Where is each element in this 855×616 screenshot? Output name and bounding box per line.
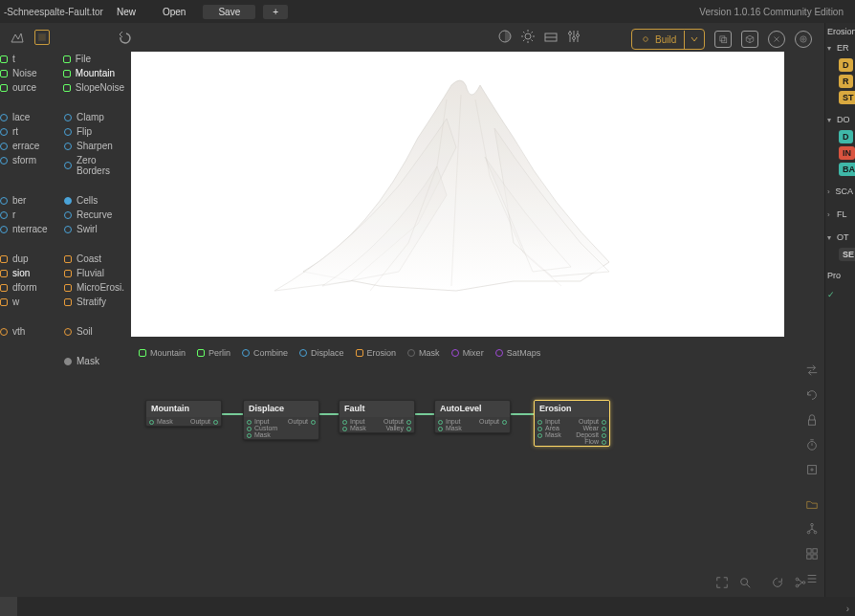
sidebar-item[interactable]: Sharpen (64, 139, 124, 153)
copy-icon[interactable] (714, 31, 732, 48)
props-sect-sca[interactable]: ›SCA (825, 184, 855, 199)
sidebar-item[interactable]: Clamp (64, 110, 124, 124)
sidebar-item[interactable]: vth (0, 324, 60, 339)
props-chip[interactable]: D (839, 130, 853, 143)
node-library-sidebar: t Noise ource File Mountain SlopeNoise l… (0, 52, 124, 593)
props-chip[interactable]: SE (839, 248, 855, 261)
sidebar-item[interactable]: SlopeNoise (63, 80, 124, 95)
sidebar-item[interactable]: Flip (64, 124, 124, 139)
nb-erosion[interactable]: Erosion (356, 348, 397, 358)
sidebar-item[interactable]: rt (0, 124, 60, 139)
package-icon[interactable] (741, 31, 758, 48)
sidebar-item[interactable]: t (0, 52, 59, 66)
menu-icon[interactable] (805, 572, 819, 585)
props-sect-fl[interactable]: ›FL (825, 207, 855, 222)
sidebar-item[interactable]: errace (0, 139, 60, 153)
settings-gear-icon[interactable] (795, 31, 812, 48)
node-autolevel[interactable]: AutoLevel InputMaskOutput (434, 400, 511, 433)
terrain-icon[interactable] (10, 30, 25, 45)
undo-icon[interactable] (117, 30, 132, 45)
sidebar-item[interactable]: Soil (64, 324, 124, 339)
expand-panel-icon[interactable]: › (846, 604, 849, 614)
build-controls: Build (631, 29, 812, 50)
save-button[interactable]: Save (203, 5, 255, 19)
sidebar-item[interactable]: MicroErosi. (64, 280, 124, 295)
props-sect-ot[interactable]: ▾OT (825, 230, 855, 245)
sidebar-item[interactable]: Recurve (64, 208, 124, 222)
statusbar-stub[interactable] (0, 597, 17, 616)
props-chip[interactable]: R (839, 75, 853, 88)
nb-perlin[interactable]: Perlin (197, 348, 230, 358)
sidebar-item[interactable]: lace (0, 110, 60, 124)
sidebar-item[interactable]: Fluvial (64, 266, 124, 280)
props-sect-do[interactable]: ▾DO (825, 112, 855, 127)
sidebar-item[interactable]: r (0, 208, 60, 222)
sidebar-item[interactable]: w (0, 295, 60, 309)
sidebar-item[interactable]: dform (0, 280, 60, 295)
sidebar-item[interactable]: Swirl (64, 222, 124, 236)
sidebar-item-mountain[interactable]: Mountain (63, 66, 124, 80)
sidebar-item[interactable]: Stratify (64, 295, 124, 309)
nb-satmaps[interactable]: SatMaps (495, 348, 541, 358)
props-chip[interactable]: BA (839, 163, 855, 176)
sidebar-item[interactable]: Mask (64, 354, 124, 368)
atmosphere-icon[interactable] (497, 29, 513, 44)
props-sect-er[interactable]: ▾ER (825, 40, 855, 55)
node-fault[interactable]: Fault InputMaskOutputValley (339, 400, 415, 433)
build-dropdown[interactable] (684, 31, 704, 49)
hierarchy-icon[interactable] (805, 522, 819, 536)
node-mountain[interactable]: Mountain MaskOutput (145, 400, 222, 427)
sidebar-item[interactable]: Zero Borders (64, 153, 124, 178)
topbar: -Schneespalte-Fault.tor New Open Save + … (0, 0, 855, 23)
sidebar-item[interactable]: ource (0, 80, 59, 95)
node-displace[interactable]: Displace InputCustomMaskOutput (243, 400, 319, 440)
sidebar-item[interactable]: Noise (0, 66, 59, 80)
sidebar-item[interactable]: File (63, 52, 124, 66)
node-graph[interactable]: Mountain MaskOutput Displace InputCustom… (131, 363, 772, 574)
nb-combine[interactable]: Combine (242, 348, 288, 358)
svg-point-16 (569, 33, 572, 35)
timer-icon[interactable] (805, 438, 819, 451)
sidebar-item-erosion[interactable]: sion (0, 266, 60, 280)
add-tab-button[interactable]: + (263, 5, 288, 19)
sidebar-item[interactable]: nterrace (0, 222, 60, 236)
grid-icon[interactable] (805, 547, 819, 561)
folder-icon[interactable] (805, 497, 819, 511)
sidebar-item[interactable]: ber (0, 193, 60, 208)
props-chip[interactable]: ST (839, 91, 855, 104)
zoom-icon[interactable] (738, 576, 752, 589)
export-icon[interactable] (805, 463, 819, 476)
sliders-icon[interactable] (566, 29, 581, 44)
fullscreen-icon[interactable] (715, 576, 729, 589)
build-button[interactable]: Build (631, 29, 705, 50)
refresh-icon[interactable] (805, 388, 819, 402)
lock-icon[interactable] (805, 413, 819, 427)
sidebar-item[interactable]: sform (0, 153, 60, 167)
props-chip[interactable]: D (839, 58, 853, 72)
viewport-3d[interactable] (131, 52, 784, 337)
menu-open[interactable]: Open (149, 7, 199, 17)
swap-icon[interactable] (805, 363, 819, 377)
nb-mask[interactable]: Mask (407, 348, 440, 358)
checkmark-icon[interactable]: ✓ (827, 290, 835, 299)
svg-rect-20 (722, 38, 727, 43)
node-erosion[interactable]: Erosion InputAreaMaskOutputWearDepositFl… (534, 400, 610, 447)
menu-new[interactable]: New (103, 7, 149, 17)
svg-line-42 (747, 584, 751, 588)
node-title: Fault (340, 401, 414, 417)
branch-icon[interactable] (794, 576, 807, 589)
props-chip[interactable]: IN (839, 146, 855, 160)
viewport-icon[interactable] (34, 30, 50, 45)
nb-mixer[interactable]: Mixer (451, 348, 484, 358)
reload-icon[interactable] (771, 576, 784, 589)
sidebar-item[interactable]: Cells (64, 193, 124, 208)
water-icon[interactable] (543, 29, 559, 44)
nb-displace[interactable]: Displace (299, 348, 344, 358)
sidebar-item[interactable]: dup (0, 252, 60, 266)
svg-point-24 (802, 38, 805, 41)
cancel-icon[interactable] (768, 31, 785, 48)
nb-mountain[interactable]: Mountain (139, 348, 186, 358)
sidebar-item[interactable]: Coast (64, 252, 124, 266)
version-label: Version 1.0.16 Community Edition (699, 7, 851, 17)
sun-icon[interactable] (520, 29, 536, 44)
